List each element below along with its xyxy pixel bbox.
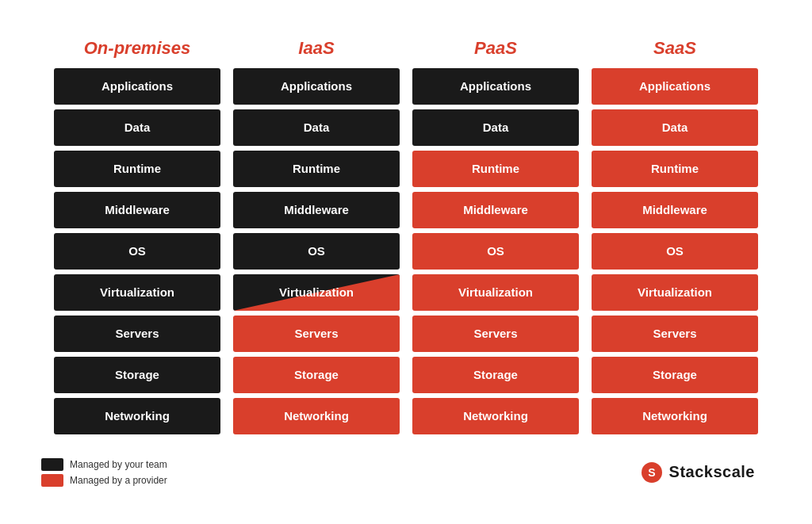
cell-storage: Storage	[412, 357, 579, 393]
column-header-paas: PaaS	[474, 38, 517, 59]
legend-item: Managed by a provider	[41, 474, 167, 487]
column-saas: SaaSApplicationsDataRuntimeMiddlewareOSV…	[592, 38, 758, 439]
main-container: On-premisesApplicationsDataRuntimeMiddle…	[25, 22, 787, 503]
cell-storage: Storage	[592, 357, 758, 393]
cell-runtime: Runtime	[592, 151, 758, 187]
cell-middleware: Middleware	[412, 192, 579, 228]
cell-data: Data	[412, 109, 579, 146]
legend-label: Managed by a provider	[70, 475, 167, 486]
cell-os: OS	[592, 233, 758, 270]
cell-applications: Applications	[592, 68, 758, 105]
cell-networking: Networking	[54, 398, 220, 434]
legend-label: Managed by your team	[70, 459, 167, 470]
cell-networking: Networking	[412, 398, 579, 434]
cell-servers: Servers	[412, 316, 579, 352]
bottom-row: Managed by your teamManaged by a provide…	[33, 458, 779, 487]
column-on-premises: On-premisesApplicationsDataRuntimeMiddle…	[54, 38, 220, 439]
cell-servers: Servers	[54, 316, 220, 352]
cell-networking: Networking	[592, 398, 758, 434]
brand-name: Stackscale	[669, 463, 755, 481]
column-header-on-premises: On-premises	[84, 38, 191, 59]
legend: Managed by your teamManaged by a provide…	[41, 458, 167, 487]
cell-storage: Storage	[54, 357, 220, 393]
legend-swatch	[41, 474, 63, 487]
cell-servers: Servers	[233, 316, 400, 352]
cell-applications: Applications	[412, 68, 579, 105]
cell-runtime: Runtime	[412, 151, 579, 187]
cell-networking: Networking	[233, 398, 400, 434]
cell-applications: Applications	[54, 68, 220, 105]
column-iaas: IaaSApplicationsDataRuntimeMiddlewareOSV…	[233, 38, 400, 439]
legend-swatch	[41, 458, 63, 471]
cell-virtualization: Virtualization	[592, 274, 758, 311]
cell-virtualization: Virtualization	[54, 274, 220, 311]
cell-data: Data	[233, 109, 400, 146]
cell-servers: Servers	[592, 316, 758, 352]
cell-middleware: Middleware	[233, 192, 400, 228]
svg-text:S: S	[648, 466, 655, 479]
stackscale-icon: S	[641, 461, 663, 484]
column-header-saas: SaaS	[653, 38, 696, 59]
column-paas: PaaSApplicationsDataRuntimeMiddlewareOSV…	[412, 38, 579, 439]
cell-os: OS	[54, 233, 220, 270]
brand-logo: S Stackscale	[641, 461, 771, 484]
column-header-iaas: IaaS	[298, 38, 334, 59]
cell-os: OS	[233, 233, 400, 270]
cell-middleware: Middleware	[592, 192, 758, 228]
cell-runtime: Runtime	[233, 151, 400, 187]
comparison-grid: On-premisesApplicationsDataRuntimeMiddle…	[33, 38, 779, 439]
legend-item: Managed by your team	[41, 458, 167, 471]
cell-runtime: Runtime	[54, 151, 220, 187]
cell-data: Data	[54, 109, 220, 146]
cell-storage: Storage	[233, 357, 400, 393]
cell-os: OS	[412, 233, 579, 270]
cell-applications: Applications	[233, 68, 400, 105]
cell-data: Data	[592, 109, 758, 146]
cell-virtualization: Virtualization	[233, 274, 400, 311]
cell-virtualization: Virtualization	[412, 274, 579, 311]
cell-middleware: Middleware	[54, 192, 220, 228]
